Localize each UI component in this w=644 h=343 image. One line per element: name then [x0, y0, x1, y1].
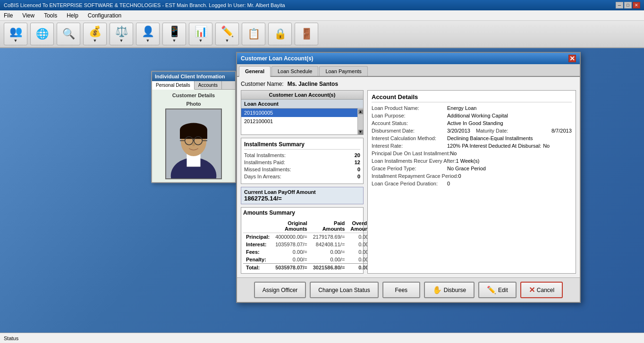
payoff-label: Current Loan PayOff Amount — [244, 189, 360, 195]
loan-product-row: Loan Product Name: Energy Loan — [372, 105, 572, 111]
account-status-row: Account Status: Active In Good Standing — [372, 120, 572, 126]
tab-general[interactable]: General — [239, 66, 271, 77]
loan-accounts-title: Customer Loan Account(s) — [241, 91, 363, 100]
installments-summary-title: Installments Summary — [244, 141, 360, 150]
photo-label: Photo — [155, 101, 232, 107]
change-loan-status-label: Change Loan Status — [318, 287, 370, 293]
accounts-icon: 💰 — [89, 25, 102, 38]
title-bar: CoBIS Licenced To ENTERPRISE SOFTWARE & … — [0, 0, 644, 10]
title-text: CoBIS Licenced To ENTERPRISE SOFTWARE & … — [4, 2, 285, 8]
cancel-button[interactable]: ✕ Cancel — [520, 282, 563, 298]
total-installments-value: 20 — [355, 152, 360, 158]
principal-paid: 2179178.69/= — [310, 233, 348, 241]
edit-button[interactable]: ✏️ Edit — [478, 282, 517, 298]
interest-calc-label: Interest Calculation Method: — [372, 135, 447, 141]
customer-details-title: Customer Details — [155, 92, 232, 98]
close-button[interactable]: ✕ — [633, 2, 640, 8]
dialog-tab-bar: General Loan Schedule Loan Payments — [237, 64, 580, 77]
toolbar-clients-btn[interactable]: 👥 ▼ — [4, 23, 27, 45]
toolbar-user-btn[interactable]: 👤 ▼ — [136, 23, 160, 45]
toolbar-web-btn[interactable]: 🌐 — [30, 23, 54, 45]
loan-list-scrollbar[interactable]: ▲ ▼ — [357, 109, 363, 134]
days-in-arrears-label: Days In Arrears: — [244, 174, 281, 179]
customer-name-label: Customer Name: — [241, 81, 284, 87]
loan-product-label: Loan Product Name: — [372, 105, 447, 111]
installments-paid-row: Installments Paid: 12 — [244, 159, 360, 165]
interest-calc-row: Interest Calculation Method: Declining B… — [372, 135, 572, 141]
penalty-paid: 0.00/= — [310, 256, 348, 264]
principal-label: Principal: — [243, 233, 272, 241]
photo-box — [165, 109, 222, 179]
installments-paid-value: 12 — [355, 159, 360, 165]
reports-icon: 📊 — [195, 25, 207, 38]
missed-installments-row: Missed Installments: 0 — [244, 167, 360, 172]
client-panel-title: Individual Client Information — [152, 72, 235, 81]
interest-calc-value: Declining Balance-Equal Installments — [447, 135, 533, 141]
tab-personal-details[interactable]: Personal Details — [152, 81, 195, 90]
toolbar-search-btn[interactable]: 🔍 — [57, 23, 80, 45]
toolbar-balance-btn[interactable]: ⚖️ ▼ — [110, 23, 133, 45]
two-column-layout: Customer Loan Account(s) Loan Account 20… — [241, 90, 576, 274]
fees-original: 0.00/= — [272, 248, 310, 256]
account-details-section: Account Details Loan Product Name: Energ… — [367, 90, 576, 274]
col-header-item — [243, 219, 272, 233]
fees-button[interactable]: Fees — [382, 282, 420, 298]
amounts-summary-section: Amounts Summary Original Amounts Paid Am… — [241, 207, 364, 274]
fees-paid: 0.00/= — [310, 248, 348, 256]
interest-label: Interest: — [243, 241, 272, 248]
total-original: 5035978.07/= — [272, 264, 310, 272]
menu-file[interactable]: File — [2, 11, 15, 20]
amounts-summary-title: Amounts Summary — [243, 209, 361, 218]
tab-loan-schedule[interactable]: Loan Schedule — [271, 66, 318, 76]
minimize-button[interactable]: ─ — [616, 2, 623, 8]
principal-original: 4000000.00/= — [272, 233, 310, 241]
menu-configuration[interactable]: Configuration — [86, 11, 123, 20]
maximize-button[interactable]: □ — [624, 2, 632, 8]
interest-rate-label: Interest Rate: — [372, 143, 447, 149]
loan-grace-duration-value: 0 — [447, 181, 450, 186]
menu-tools[interactable]: Tools — [42, 11, 59, 20]
assign-officer-label: Assign Officer — [263, 287, 297, 293]
clients-icon: 👥 — [9, 25, 22, 38]
principal-due-value: No — [450, 151, 457, 156]
toolbar: 👥 ▼ 🌐 🔍 💰 ▼ ⚖️ ▼ 👤 ▼ 📱 ▼ 📊 ▼ ✏️ ▼ 📋 🔒 🚪 — [0, 21, 644, 48]
toolbar-clipboard-btn[interactable]: 📋 — [242, 23, 265, 45]
installment-repayment-value: 0 — [458, 173, 461, 179]
toolbar-sms-btn[interactable]: 📱 ▼ — [162, 23, 186, 45]
assign-officer-button[interactable]: Assign Officer — [254, 282, 306, 298]
tab-accounts[interactable]: Accounts — [195, 81, 222, 89]
tab-loan-payments[interactable]: Loan Payments — [319, 66, 367, 76]
loan-purpose-value: Additional Working Capital — [447, 113, 508, 118]
interest-rate-row: Interest Rate: 120% PA Interest Deducted… — [372, 143, 572, 149]
total-paid: 3021586.80/= — [310, 264, 348, 272]
change-loan-status-button[interactable]: Change Loan Status — [310, 282, 378, 298]
status-text: Status — [4, 335, 18, 341]
menu-help[interactable]: Help — [65, 11, 80, 20]
menu-view[interactable]: View — [20, 11, 36, 20]
principal-due-row: Principal Due On Last Installment: No — [372, 151, 572, 156]
principal-due-label: Principal Due On Last Installment: — [372, 151, 450, 156]
loan-purpose-row: Loan Purpose: Additional Working Capital — [372, 113, 572, 118]
disburse-button[interactable]: ✋ Disburse — [424, 282, 475, 298]
days-in-arrears-value: 0 — [357, 174, 360, 179]
exit-icon: 🚪 — [300, 28, 313, 40]
grace-period-type-value: No Grace Period — [447, 166, 486, 171]
dialog-close-button[interactable]: ✕ — [568, 55, 576, 62]
toolbar-edit-btn[interactable]: ✏️ ▼ — [215, 23, 239, 45]
payoff-section: Current Loan PayOff Amount 1862725.14/= — [241, 187, 364, 204]
loan-account-item-1[interactable]: 2012100001 — [241, 117, 357, 125]
col-header-paid: Paid Amounts — [310, 219, 348, 233]
fees-label: Fees: — [243, 248, 272, 256]
loan-purpose-label: Loan Purpose: — [372, 113, 447, 118]
payoff-value: 1862725.14/= — [244, 195, 360, 202]
toolbar-reports-btn[interactable]: 📊 ▼ — [189, 23, 212, 45]
lock-icon: 🔒 — [274, 28, 287, 40]
missed-installments-label: Missed Installments: — [244, 167, 291, 172]
toolbar-exit-btn[interactable]: 🚪 — [295, 23, 318, 45]
toolbar-lock-btn[interactable]: 🔒 — [268, 23, 292, 45]
left-column: Customer Loan Account(s) Loan Account 20… — [241, 90, 364, 274]
toolbar-accounts-btn[interactable]: 💰 ▼ — [83, 23, 107, 45]
loan-account-item-0[interactable]: 2019100005 — [241, 109, 357, 117]
loan-product-value: Energy Loan — [447, 105, 476, 111]
maturity-date-value: 8/7/2013 — [551, 128, 572, 134]
